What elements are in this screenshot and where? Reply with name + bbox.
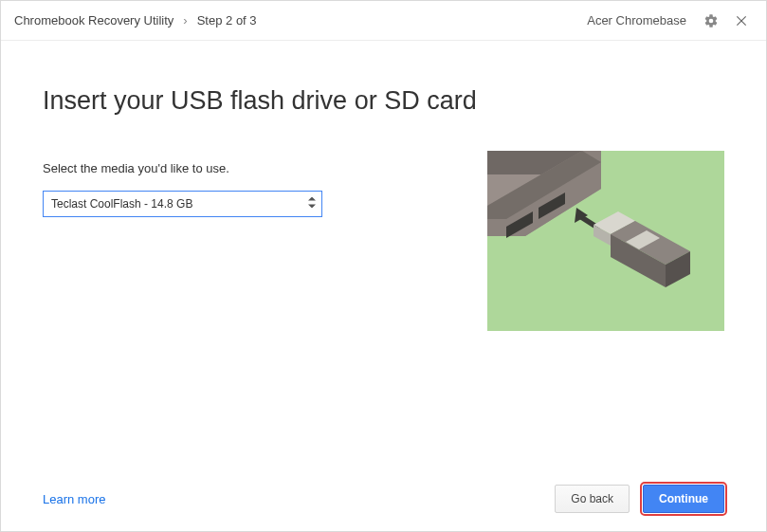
breadcrumb-separator: › [183, 13, 187, 28]
dialog-window: Chromebook Recovery Utility › Step 2 of … [0, 0, 767, 532]
go-back-button[interactable]: Go back [555, 485, 630, 513]
footer: Learn more Go back Continue [1, 467, 766, 531]
breadcrumb: Chromebook Recovery Utility › Step 2 of … [14, 13, 257, 28]
close-icon [735, 14, 748, 28]
title-bar: Chromebook Recovery Utility › Step 2 of … [1, 1, 766, 41]
device-name: Acer Chromebase [587, 13, 686, 28]
dropdown-caret-icon [308, 197, 316, 211]
svg-marker-3 [308, 205, 316, 209]
media-select-value: Teclast CoolFlash - 14.8 GB [51, 197, 192, 211]
main-content: Insert your USB flash drive or SD card S… [1, 41, 766, 467]
app-title: Chromebook Recovery Utility [14, 13, 173, 28]
learn-more-link[interactable]: Learn more [43, 492, 105, 506]
step-indicator: Step 2 of 3 [197, 13, 257, 28]
svg-marker-2 [308, 197, 316, 201]
usb-illustration [487, 151, 724, 331]
page-title: Insert your USB flash drive or SD card [43, 86, 724, 116]
usb-insert-icon [487, 151, 724, 331]
gear-icon [703, 13, 719, 28]
settings-button[interactable] [700, 9, 722, 32]
continue-button[interactable]: Continue [643, 485, 724, 513]
media-select[interactable]: Teclast CoolFlash - 14.8 GB [43, 191, 322, 217]
close-button[interactable] [730, 9, 753, 32]
